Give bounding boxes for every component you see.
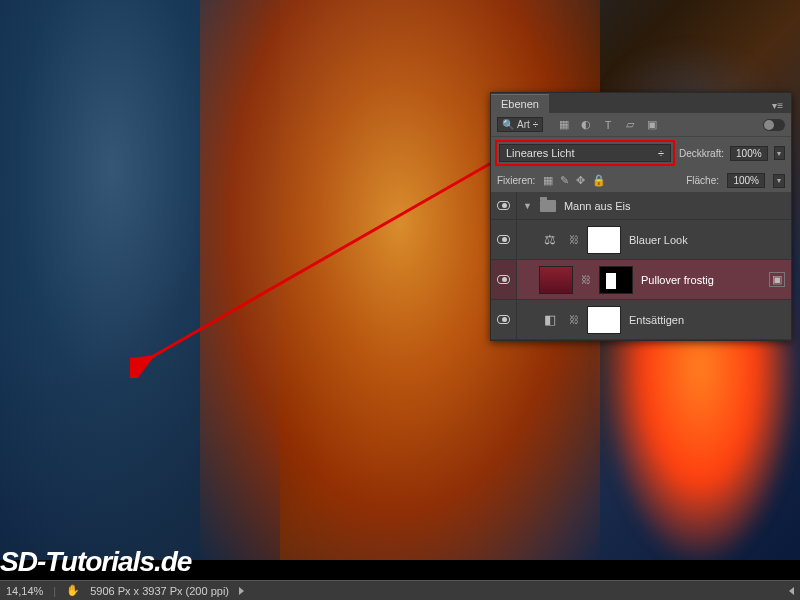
lock-icons: ▦ ✎ ✥ 🔒 xyxy=(543,174,606,187)
lock-row: Fixieren: ▦ ✎ ✥ 🔒 Fläche: 100% ▾ xyxy=(491,169,791,192)
lock-label: Fixieren: xyxy=(497,175,535,186)
mask-thumbnail[interactable] xyxy=(599,266,633,294)
layer-thumbnail[interactable] xyxy=(539,266,573,294)
opacity-label: Deckkraft: xyxy=(679,148,724,159)
blend-mode-select[interactable]: Lineares Licht ÷ xyxy=(499,144,671,162)
status-separator: | xyxy=(53,585,56,597)
blend-mode-value: Lineares Licht xyxy=(506,147,575,159)
chevron-down-icon: ÷ xyxy=(658,147,664,159)
visibility-toggle[interactable] xyxy=(491,220,517,259)
layer-group-name: Mann aus Eis xyxy=(564,200,631,212)
blend-mode-highlight: Lineares Licht ÷ xyxy=(495,140,675,166)
layer-name-label: Pullover frostig xyxy=(641,274,714,286)
layer-name-label: Entsättigen xyxy=(629,314,684,326)
blend-row: Lineares Licht ÷ Deckkraft: 100% ▾ xyxy=(491,137,791,169)
filter-smart-icon[interactable]: ▣ xyxy=(645,118,659,132)
filter-type-icon[interactable]: T xyxy=(601,118,615,132)
eye-icon xyxy=(497,275,510,284)
folder-icon xyxy=(540,200,556,212)
chevron-icon: ÷ xyxy=(533,119,539,130)
layer-filter-type[interactable]: 🔍 Art ÷ xyxy=(497,117,543,132)
link-icon: ⛓ xyxy=(581,274,591,285)
lock-position-icon[interactable]: ✥ xyxy=(576,174,585,187)
opacity-value[interactable]: 100% xyxy=(730,146,768,161)
panel-menu-icon[interactable]: ▾≡ xyxy=(768,98,787,113)
opacity-dropdown-icon[interactable]: ▾ xyxy=(774,146,785,160)
status-bar: 14,14% | ✋ 5906 Px x 3937 Px (200 ppi) xyxy=(0,580,800,600)
status-scroll-left-icon[interactable] xyxy=(789,587,794,595)
layer-list: ▼ Mann aus Eis ⚖ ⛓ Blauer Look ⛓ xyxy=(491,192,791,340)
filter-icons: ▦ ◐ T ▱ ▣ xyxy=(557,118,659,132)
watermark: SD-Tutorials.de xyxy=(0,546,191,578)
panel-tabbar: Ebenen ▾≡ xyxy=(491,93,791,113)
layer-item-entsaettigen[interactable]: ◧ ⛓ Entsättigen xyxy=(491,300,791,340)
group-expand-icon[interactable]: ▼ xyxy=(523,201,532,211)
layer-group[interactable]: ▼ Mann aus Eis xyxy=(491,192,791,220)
lock-pixels-icon[interactable]: ✎ xyxy=(560,174,569,187)
layer-item-blauer-look[interactable]: ⚖ ⛓ Blauer Look xyxy=(491,220,791,260)
filter-pixel-icon[interactable]: ▦ xyxy=(557,118,571,132)
layer-fx-icon[interactable]: ▣ xyxy=(769,272,785,287)
zoom-level[interactable]: 14,14% xyxy=(6,585,43,597)
fill-value[interactable]: 100% xyxy=(727,173,765,188)
status-next-icon[interactable] xyxy=(239,587,244,595)
filter-shape-icon[interactable]: ▱ xyxy=(623,118,637,132)
eye-icon xyxy=(497,201,510,210)
mask-thumbnail[interactable] xyxy=(587,306,621,334)
fill-label: Fläche: xyxy=(686,175,719,186)
filter-toggle[interactable] xyxy=(763,119,785,131)
visibility-toggle[interactable] xyxy=(491,192,517,219)
eye-icon xyxy=(497,235,510,244)
lock-all-icon[interactable]: 🔒 xyxy=(592,174,606,187)
link-icon: ⛓ xyxy=(569,234,579,245)
eye-icon xyxy=(497,315,510,324)
layer-name-label: Blauer Look xyxy=(629,234,688,246)
adjustment-icon: ◧ xyxy=(539,309,561,331)
doc-hand-icon[interactable]: ✋ xyxy=(66,584,80,597)
mask-thumbnail[interactable] xyxy=(587,226,621,254)
color-balance-icon: ⚖ xyxy=(539,229,561,251)
visibility-toggle[interactable] xyxy=(491,300,517,339)
layers-panel: Ebenen ▾≡ 🔍 Art ÷ ▦ ◐ T ▱ ▣ Lineares Lic… xyxy=(490,92,792,341)
document-dimensions: 5906 Px x 3937 Px (200 ppi) xyxy=(90,585,229,597)
search-icon: 🔍 xyxy=(502,119,514,130)
filter-row: 🔍 Art ÷ ▦ ◐ T ▱ ▣ xyxy=(491,113,791,137)
filter-label: Art xyxy=(517,119,530,130)
fill-dropdown-icon[interactable]: ▾ xyxy=(773,174,785,188)
filter-adjust-icon[interactable]: ◐ xyxy=(579,118,593,132)
visibility-toggle[interactable] xyxy=(491,260,517,299)
layers-tab[interactable]: Ebenen xyxy=(491,94,549,113)
lock-transparent-icon[interactable]: ▦ xyxy=(543,174,553,187)
link-icon: ⛓ xyxy=(569,314,579,325)
layer-item-pullover-frostig[interactable]: ⛓ Pullover frostig ▣ xyxy=(491,260,791,300)
